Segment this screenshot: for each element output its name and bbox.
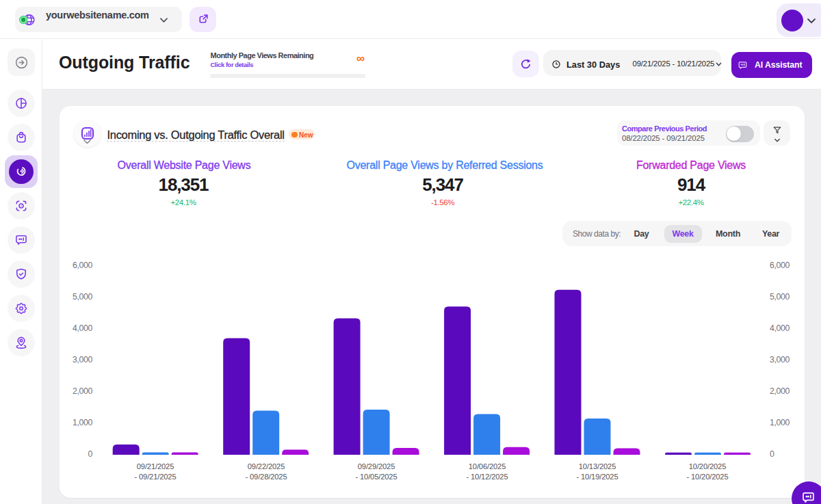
svg-text:10/13/2025: 10/13/2025 [579,462,616,470]
svg-text:- 10/20/2025: - 10/20/2025 [686,473,728,481]
svg-text:09/21/2025: 09/21/2025 [137,462,174,470]
svg-text:3,000: 3,000 [73,355,93,364]
svg-text:3,000: 3,000 [770,355,790,364]
svg-text:- 10/12/2025: - 10/12/2025 [466,473,508,481]
svg-text:- 09/21/2025: - 09/21/2025 [134,473,176,481]
svg-text:4,000: 4,000 [770,323,790,333]
svg-text:6,000: 6,000 [770,261,790,270]
svg-text:2,000: 2,000 [73,386,93,396]
svg-text:09/29/2025: 09/29/2025 [358,462,395,470]
svg-text:- 10/05/2025: - 10/05/2025 [355,473,397,481]
svg-text:0: 0 [770,449,774,459]
svg-text:4,000: 4,000 [73,323,93,333]
svg-text:- 09/28/2025: - 09/28/2025 [245,473,287,481]
svg-text:10/20/2025: 10/20/2025 [689,462,727,470]
svg-text:1,000: 1,000 [770,418,790,427]
svg-text:5,000: 5,000 [73,292,93,302]
svg-text:1,000: 1,000 [73,418,93,427]
svg-text:- 10/19/2025: - 10/19/2025 [576,473,618,481]
svg-text:0: 0 [88,449,93,459]
svg-text:6,000: 6,000 [73,261,93,270]
svg-text:5,000: 5,000 [770,292,790,302]
svg-text:2,000: 2,000 [770,386,790,396]
svg-text:09/22/2025: 09/22/2025 [248,462,285,470]
svg-text:10/06/2025: 10/06/2025 [469,462,506,470]
